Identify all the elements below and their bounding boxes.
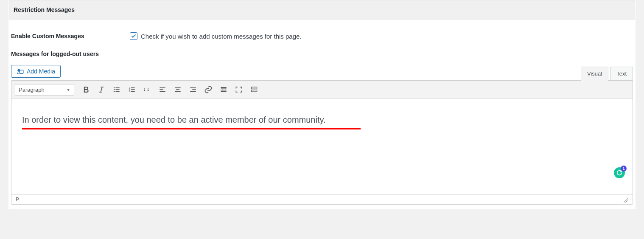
editor-toolbar: Paragraph ▼ 123	[11, 81, 633, 99]
check-icon	[131, 33, 137, 39]
section-title: Restriction Messages	[14, 6, 75, 13]
media-icon	[17, 68, 24, 75]
add-media-button[interactable]: Add Media	[11, 65, 61, 78]
editor-box: Paragraph ▼ 123 In order to view this co…	[11, 80, 633, 205]
toolbar-toggle-button[interactable]	[247, 83, 261, 96]
editor-content-area[interactable]: In order to view this content, you need …	[11, 99, 633, 194]
align-center-icon	[174, 85, 182, 94]
editor-path: P	[16, 197, 19, 202]
chevron-down-icon: ▼	[66, 87, 70, 92]
quote-icon	[143, 85, 151, 94]
editor-tabs: Visual Text	[581, 67, 633, 81]
italic-button[interactable]	[95, 83, 108, 96]
svg-rect-28	[221, 91, 226, 92]
editor-wrap: Add Media Visual Text Paragraph ▼ 123	[9, 65, 635, 209]
svg-point-5	[114, 87, 115, 89]
align-left-button[interactable]	[156, 83, 169, 96]
fullscreen-button[interactable]	[232, 83, 246, 96]
enable-custom-label: Enable Custom Messages	[11, 33, 126, 39]
svg-line-2	[101, 87, 102, 92]
resize-handle[interactable]	[622, 197, 628, 202]
fullscreen-icon	[235, 85, 243, 94]
svg-point-7	[114, 91, 115, 92]
annotation-underline	[22, 128, 361, 129]
ordered-list-button[interactable]: 123	[125, 83, 139, 96]
add-media-label: Add Media	[27, 68, 55, 75]
link-button[interactable]	[202, 83, 215, 96]
tab-visual[interactable]: Visual	[581, 67, 608, 81]
blockquote-button[interactable]	[140, 83, 154, 96]
editor-top-bar: Add Media Visual Text	[11, 65, 633, 80]
bold-icon	[82, 85, 90, 94]
svg-point-6	[114, 89, 115, 90]
italic-icon	[97, 85, 106, 94]
align-center-button[interactable]	[171, 83, 185, 96]
ol-icon: 123	[128, 85, 136, 94]
toolbar-toggle-icon	[250, 85, 258, 94]
settings-panel: Restriction Messages Enable Custom Messa…	[8, 0, 636, 209]
enable-custom-row: Enable Custom Messages Check if you wish…	[9, 20, 635, 48]
svg-rect-1	[20, 70, 23, 73]
logged-out-label: Messages for logged-out users	[9, 48, 635, 65]
svg-rect-26	[221, 87, 226, 88]
bold-button[interactable]	[79, 83, 93, 96]
section-header: Restriction Messages	[9, 0, 635, 20]
read-more-button[interactable]	[217, 83, 230, 96]
align-right-icon	[189, 85, 197, 94]
align-right-button[interactable]	[186, 83, 200, 96]
enable-custom-description: Check if you wish to add custom messages…	[141, 33, 302, 40]
link-icon	[204, 85, 213, 94]
align-left-icon	[158, 85, 167, 94]
grammarly-badge: 1	[621, 166, 627, 172]
unordered-list-button[interactable]	[110, 83, 123, 96]
editor-status-bar: P	[11, 194, 633, 204]
enable-custom-checkbox[interactable]	[130, 32, 137, 40]
tab-text[interactable]: Text	[610, 67, 633, 81]
editor-text: In order to view this content, you need …	[22, 114, 622, 126]
format-select-value: Paragraph	[19, 87, 45, 93]
more-icon	[219, 85, 228, 94]
svg-text:3: 3	[129, 90, 130, 93]
svg-rect-33	[251, 90, 257, 92]
format-select[interactable]: Paragraph ▼	[15, 84, 74, 96]
grammarly-widget[interactable]: 1	[614, 167, 625, 178]
enable-custom-control: Check if you wish to add custom messages…	[130, 32, 302, 40]
svg-rect-29	[251, 87, 257, 89]
ul-icon	[112, 85, 121, 94]
